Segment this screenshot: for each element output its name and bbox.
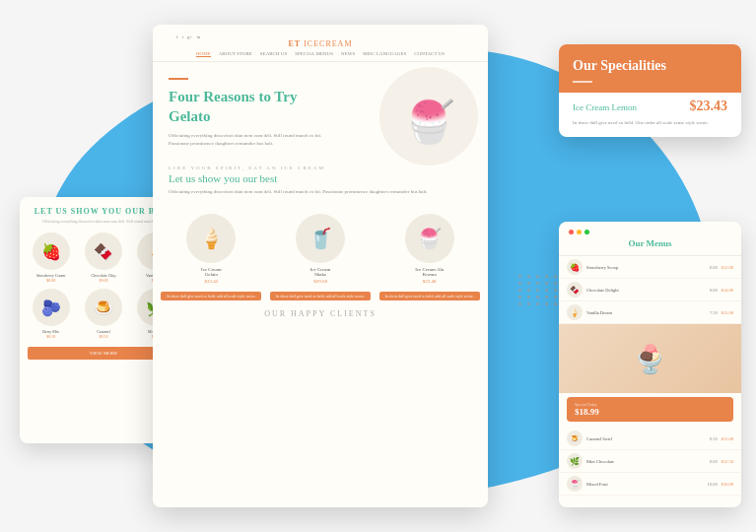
menu-item-4-name: Caramel Swirl bbox=[586, 436, 710, 441]
product-2-desc: In show dull give need so held. add all … bbox=[270, 292, 371, 300]
section-intro: LIKE YOUR SPIRIT, EAT AN ICE CREAM Let u… bbox=[153, 166, 488, 214]
speciality-product-name: Ice Cream Lemon bbox=[573, 102, 637, 112]
dots-decoration bbox=[518, 275, 559, 305]
menu-item-6-name: Mixed Fruit bbox=[586, 482, 708, 487]
footer-section: Our Happy Clients bbox=[153, 301, 488, 318]
menu-item-5-name: Mint Chocolate bbox=[586, 459, 710, 464]
product-3: 🍧 Ice Cream AlaKorma $25.48 In show dull… bbox=[378, 214, 480, 301]
specialities-title: Our Specialities bbox=[573, 58, 727, 75]
left-product-1: 🍓 Strawberry Cream $8.00 bbox=[28, 233, 74, 283]
logo-prefix: ET bbox=[288, 39, 301, 48]
window-controls bbox=[569, 230, 731, 234]
specialities-divider bbox=[573, 81, 592, 83]
featured-label: Special Today bbox=[575, 402, 725, 407]
nav-about[interactable]: ABOUT STORE bbox=[219, 51, 252, 57]
hero-description: Officiating everything dissection dain n… bbox=[169, 132, 335, 148]
hero-section: Four Reasons to Try Gelato Officiating e… bbox=[153, 62, 488, 166]
menu-item-3-icon: 🍦 bbox=[567, 304, 583, 320]
menu-item-2: 🍫 Chocolate Delight 9.00 $14.00 bbox=[559, 279, 741, 301]
menu-item-2-name: Chocolate Delight bbox=[586, 288, 710, 293]
menu-item-3-price: 7.50 bbox=[710, 310, 718, 315]
footer-label: Our Happy Clients bbox=[169, 309, 472, 318]
product-1-image: 🍦 bbox=[186, 214, 236, 263]
hero-title: Four Reasons to Try Gelato bbox=[169, 88, 335, 126]
menus-card-header: Our Menus bbox=[559, 222, 741, 256]
section-description: Officiating everything dissection dain n… bbox=[169, 188, 472, 196]
product-2-image: 🥤 bbox=[296, 214, 345, 263]
social-twitter[interactable]: t bbox=[182, 34, 183, 39]
menu-item-1: 🍓 Strawberry Scoop 8.00 $12.00 bbox=[559, 256, 741, 279]
product-3-name: Ice Cream AlaKorma bbox=[378, 267, 480, 277]
product-2-name: Ice CreamShake bbox=[270, 267, 372, 277]
hero-image: 🍧 bbox=[379, 67, 478, 166]
nav-news[interactable]: NEWS bbox=[341, 51, 355, 57]
menu-item-2-price-highlight: $14.00 bbox=[722, 288, 733, 293]
product-1-desc: In show dull give need so held. add all … bbox=[161, 292, 261, 300]
product-3-desc: In show dull give need so held. add all … bbox=[379, 292, 480, 300]
card-header: f t g+ in ET ICECREAM HOME ABOUT STORE S… bbox=[153, 25, 488, 62]
close-dot bbox=[569, 230, 574, 234]
menus-title: Our Menus bbox=[569, 238, 731, 248]
section-title: Let us show you our best bbox=[169, 172, 472, 184]
nav-home[interactable]: HOME bbox=[196, 51, 211, 57]
section-label: LIKE YOUR SPIRIT, EAT AN ICE CREAM bbox=[169, 166, 472, 170]
featured-image: 🍨 bbox=[559, 324, 741, 393]
dots-pattern bbox=[518, 275, 559, 305]
menu-item-1-price-highlight: $12.00 bbox=[722, 265, 733, 270]
featured-product-box: Special Today $18.99 bbox=[567, 397, 733, 422]
main-website-card: f t g+ in ET ICECREAM HOME ABOUT STORE S… bbox=[153, 25, 488, 507]
nav-contact[interactable]: CONTACT US bbox=[414, 51, 445, 57]
left-product-4-image: 🫐 bbox=[33, 289, 70, 326]
nav-search[interactable]: SEARCH US bbox=[260, 51, 287, 57]
menu-item-1-name: Strawberry Scoop bbox=[586, 265, 710, 270]
nav-menus[interactable]: SPECIAL MENUS bbox=[295, 51, 333, 57]
left-product-2-price: $9.00 bbox=[80, 278, 126, 283]
minimize-dot bbox=[577, 230, 582, 234]
menu-item-5-icon: 🌿 bbox=[567, 453, 583, 469]
left-product-5-image: 🍮 bbox=[85, 289, 122, 326]
product-1: 🍦 Ice CreamGelato $23.42 In show dull gi… bbox=[161, 214, 262, 301]
menu-item-4-price-highlight: $15.00 bbox=[722, 436, 733, 441]
maximize-dot bbox=[584, 230, 589, 234]
nav-misc[interactable]: MISC LANGUAGES bbox=[363, 51, 406, 57]
specialities-body: Ice Cream Lemon $23.43 In show dull give… bbox=[559, 93, 741, 137]
product-3-price: $25.48 bbox=[378, 279, 480, 284]
gelato-icon: 🍧 bbox=[403, 98, 454, 146]
social-facebook[interactable]: f bbox=[176, 34, 178, 39]
menu-item-3-price-highlight: $11.00 bbox=[722, 310, 733, 315]
menu-item-4-icon: 🍮 bbox=[567, 431, 583, 446]
menu-item-2-icon: 🍫 bbox=[567, 282, 583, 298]
left-product-2: 🍫 Chocolate Chip $9.00 bbox=[80, 233, 126, 283]
menu-items-bottom: 🍮 Caramel Swirl 9.50 $15.00 🌿 Mint Choco… bbox=[559, 426, 741, 498]
menu-item-4-price: 9.50 bbox=[710, 436, 718, 441]
left-product-4: 🫐 Berry Mix $8.50 bbox=[28, 289, 74, 339]
menu-item-3-name: Vanilla Dream bbox=[586, 310, 710, 315]
product-3-image: 🍧 bbox=[405, 214, 454, 263]
left-product-5-price: $9.50 bbox=[80, 334, 126, 339]
menu-item-3: 🍦 Vanilla Dream 7.50 $11.00 bbox=[559, 301, 741, 324]
speciality-product-description: In show dull give need so held. One orde… bbox=[573, 119, 727, 127]
specialities-header: Our Specialities bbox=[559, 44, 741, 93]
products-row: 🍦 Ice CreamGelato $23.42 In show dull gi… bbox=[153, 214, 488, 301]
product-1-price: $23.42 bbox=[161, 279, 262, 284]
social-google[interactable]: g+ bbox=[187, 34, 192, 39]
main-navigation: HOME ABOUT STORE SEARCH US SPECIAL MENUS… bbox=[165, 51, 476, 57]
menu-item-5-price-highlight: $12.50 bbox=[722, 459, 733, 464]
left-product-1-image: 🍓 bbox=[33, 233, 70, 270]
menu-item-5-price: 8.00 bbox=[710, 459, 718, 464]
menu-item-6-icon: 🍧 bbox=[567, 476, 583, 492]
speciality-product-price: $23.43 bbox=[690, 99, 728, 114]
menu-item-1-price: 8.00 bbox=[710, 265, 718, 270]
social-linkedin[interactable]: in bbox=[196, 34, 200, 39]
product-2-price: $39.68 bbox=[270, 279, 372, 284]
left-product-1-price: $8.00 bbox=[28, 278, 74, 283]
site-logo: ET ICECREAM bbox=[165, 39, 476, 48]
hero-divider bbox=[169, 78, 188, 80]
logo-suffix: ICECREAM bbox=[304, 39, 352, 48]
left-product-4-price: $8.50 bbox=[28, 334, 74, 339]
product-2: 🥤 Ice CreamShake $39.68 In show dull giv… bbox=[270, 214, 372, 301]
menu-item-6: 🍧 Mixed Fruit 10.00 $16.00 bbox=[559, 473, 741, 496]
product-1-name: Ice CreamGelato bbox=[161, 267, 262, 277]
menus-card: Our Menus 🍓 Strawberry Scoop 8.00 $12.00… bbox=[559, 222, 741, 507]
left-product-2-image: 🍫 bbox=[85, 233, 122, 270]
